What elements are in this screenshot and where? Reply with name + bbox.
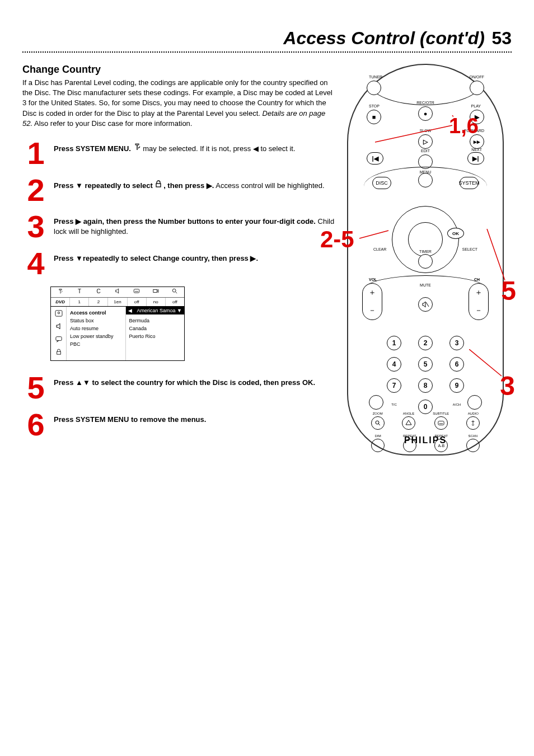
menu-canada: Canada <box>129 325 181 332</box>
system-button[interactable]: SYSTEM <box>460 177 479 189</box>
menu-right-column: ◀American Samoa ▼ Bermuda Canada Puerto … <box>125 307 185 360</box>
next-label: NEXT <box>471 148 482 152</box>
svg-point-11 <box>58 312 59 314</box>
intro-text: If a Disc has Parental Level coding, the… <box>22 78 336 129</box>
vol-up-icon: ＋ <box>363 284 382 302</box>
edit-label: EDIT <box>421 149 430 153</box>
step3-bold: Press ▶ again, then press the Number but… <box>54 217 316 226</box>
menu-settings-icon <box>51 287 70 297</box>
step-number-3: 3 <box>22 213 49 240</box>
angle-label: ANGLE <box>402 412 415 415</box>
svg-line-16 <box>378 424 380 425</box>
svg-line-21 <box>359 231 388 238</box>
tuner-label: TUNER <box>369 75 382 79</box>
language-icon <box>55 336 62 344</box>
arc-decorative-top <box>369 60 481 105</box>
svg-point-8 <box>172 289 176 293</box>
number-pad: 1 2 3 4 5 6 7 8 9 T/C 0 A/CH <box>382 334 469 416</box>
audio-button[interactable] <box>466 416 480 430</box>
ch-up-icon: ＋ <box>469 284 488 302</box>
svg-rect-7 <box>153 290 157 293</box>
cell-1: 1 <box>70 298 89 306</box>
osd-menu-diagram: T C DVD 1 2 1en off no off <box>50 287 185 361</box>
settings-icon <box>133 143 141 151</box>
menu-side-icons <box>51 307 67 360</box>
menu-access-control: Access control <box>70 309 122 317</box>
num-4-button[interactable]: 4 <box>387 357 401 372</box>
callout-2-5: 2-5 <box>320 226 354 253</box>
lock-icon <box>155 180 162 191</box>
onoff-button[interactable] <box>470 81 484 95</box>
subtitle-button[interactable] <box>434 416 448 430</box>
menu-t-icon: T <box>70 287 89 297</box>
next-button[interactable]: ▶| <box>467 152 484 165</box>
num-2-button[interactable]: 2 <box>418 336 433 350</box>
num-6-button[interactable]: 6 <box>449 357 464 372</box>
svg-rect-3 <box>59 289 62 290</box>
channel-rocker[interactable]: ＋－ <box>469 283 489 320</box>
stop-label: STOP <box>369 104 380 108</box>
ch-label: CH <box>474 278 480 281</box>
svg-line-23 <box>469 349 502 376</box>
menu-country-header: ◀American Samoa ▼ <box>126 307 185 314</box>
timer-button[interactable] <box>418 254 433 269</box>
menu-status-box: Status box <box>70 317 122 325</box>
ch-down-icon: － <box>469 302 488 320</box>
svg-line-20 <box>452 115 453 123</box>
recotr-label: REC/OTR <box>416 101 434 105</box>
timer-label: TIMER <box>419 250 432 253</box>
ach-button[interactable] <box>467 395 482 410</box>
vol-label: VOL <box>369 278 377 281</box>
step-number-2: 2 <box>22 177 49 204</box>
mute-label: MUTE <box>418 283 433 287</box>
num-1-button[interactable]: 1 <box>387 336 401 350</box>
cell-off2: off <box>166 298 184 306</box>
section-title: Change Country <box>22 64 336 76</box>
angle-button[interactable] <box>402 416 415 430</box>
svg-line-19 <box>375 125 452 142</box>
tc-button[interactable] <box>369 395 383 410</box>
volume-rocker[interactable]: ＋－ <box>362 283 382 320</box>
menu-subtitle-icon <box>127 287 146 297</box>
tuner-button[interactable] <box>367 81 381 95</box>
callout-line-1-6 <box>375 115 453 143</box>
onoff-label: ON/OFF <box>470 75 484 79</box>
num-5-button[interactable]: 5 <box>418 357 433 372</box>
step-text-4: Press ▼repeatedly to select Change count… <box>54 250 258 264</box>
menu-left-column: Access control Status box Auto resume Lo… <box>67 307 125 360</box>
step5-bold: Press ▲▼ to select the country for which… <box>54 378 315 387</box>
svg-rect-10 <box>55 311 62 316</box>
svg-line-9 <box>176 292 177 294</box>
cell-off1: off <box>128 298 147 306</box>
zoom-button[interactable] <box>371 416 385 430</box>
mute-button[interactable] <box>418 297 433 312</box>
num-7-button[interactable]: 7 <box>387 378 401 393</box>
menu-low-power: Low power standby <box>70 332 122 340</box>
menu-auto-resume: Auto resume <box>70 325 122 332</box>
step-text-5: Press ▲▼ to select the country for which… <box>54 374 315 388</box>
svg-rect-17 <box>438 421 444 425</box>
step-number-6: 6 <box>22 411 49 438</box>
num-8-button[interactable]: 8 <box>418 378 433 393</box>
svg-line-22 <box>487 229 505 280</box>
step1-bold: Press SYSTEM MENU. <box>54 144 131 153</box>
menu-puerto-rico: Puerto Rico <box>129 332 181 340</box>
num-9-button[interactable]: 9 <box>449 378 464 393</box>
menu-icon-row: T C <box>51 287 184 298</box>
cell-2: 2 <box>89 298 108 306</box>
page-number: 53 <box>491 28 512 48</box>
cell-1en: 1en <box>108 298 127 306</box>
step1-body: may be selected. If it is not, press ◀ t… <box>143 144 295 153</box>
step2-bold1: Press ▼ repeatedly to select <box>54 181 155 190</box>
menu-angle-icon <box>146 287 165 297</box>
prev-button[interactable]: |◀ <box>367 152 383 165</box>
country-header-text: American Samoa ▼ <box>137 308 182 313</box>
philips-logo: PHILIPS <box>357 435 494 445</box>
menu-center-button[interactable] <box>418 173 433 187</box>
num-3-button[interactable]: 3 <box>449 336 464 350</box>
disc-button[interactable]: DISC <box>372 177 391 189</box>
ok-button[interactable]: OK <box>447 228 464 239</box>
menu-c-icon: C <box>89 287 108 297</box>
menu-bermuda: Bermuda <box>129 317 181 325</box>
zoom-label: ZOOM <box>371 412 385 415</box>
